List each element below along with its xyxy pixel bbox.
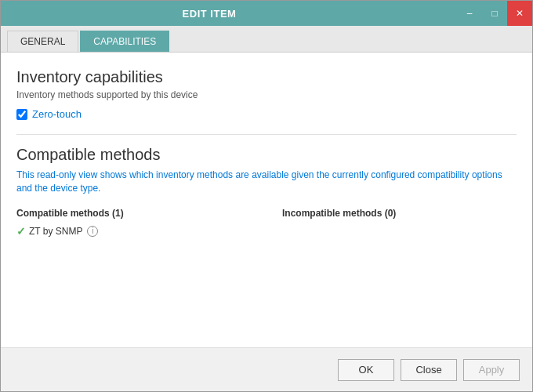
- ok-button[interactable]: OK: [338, 359, 394, 381]
- compatible-methods-col: Compatible methods (1) ✓ ZT by SNMP i: [16, 208, 251, 238]
- minimize-button[interactable]: –: [457, 1, 482, 26]
- zero-touch-row: Zero-touch: [16, 108, 517, 120]
- method-name: ZT by SNMP: [29, 226, 82, 237]
- compatible-methods-desc: This read-only view shows which inventor…: [16, 169, 517, 195]
- section-divider: [16, 134, 517, 135]
- info-icon[interactable]: i: [87, 226, 98, 237]
- inventory-capabilities-subtitle: Inventory methods supported by this devi…: [16, 89, 517, 100]
- title-bar-controls: – □ ✕: [457, 1, 532, 26]
- inventory-capabilities-title: Inventory capabilities: [16, 68, 517, 86]
- title-bar: EDIT ITEM – □ ✕: [1, 1, 532, 26]
- method-item-zt-snmp: ✓ ZT by SNMP i: [16, 225, 251, 238]
- zero-touch-label[interactable]: Zero-touch: [32, 108, 82, 120]
- tab-general[interactable]: GENERAL: [7, 31, 78, 52]
- content-area: Inventory capabilities Inventory methods…: [1, 53, 532, 347]
- zero-touch-checkbox[interactable]: [16, 109, 27, 120]
- inventory-capabilities-section: Inventory capabilities Inventory methods…: [16, 68, 517, 120]
- apply-button: Apply: [463, 359, 520, 381]
- check-icon: ✓: [16, 225, 26, 238]
- tab-capabilities[interactable]: CAPABILITIES: [80, 31, 169, 52]
- compatible-methods-title: Compatible methods: [16, 146, 517, 164]
- tabs-bar: GENERAL CAPABILITIES: [1, 26, 532, 53]
- methods-columns: Compatible methods (1) ✓ ZT by SNMP i In…: [16, 208, 517, 238]
- window-title: EDIT ITEM: [9, 8, 457, 20]
- incompatible-methods-col: Incompatible methods (0): [282, 208, 517, 238]
- dialog-close-button[interactable]: Close: [401, 359, 457, 381]
- maximize-button[interactable]: □: [482, 1, 507, 26]
- close-window-button[interactable]: ✕: [507, 1, 532, 26]
- compatible-methods-section: Compatible methods This read-only view s…: [16, 146, 517, 238]
- edit-item-window: EDIT ITEM – □ ✕ GENERAL CAPABILITIES Inv…: [0, 0, 533, 392]
- footer: OK Close Apply: [1, 347, 532, 391]
- compatible-methods-header: Compatible methods (1): [16, 208, 251, 219]
- incompatible-methods-header: Incompatible methods (0): [282, 208, 517, 219]
